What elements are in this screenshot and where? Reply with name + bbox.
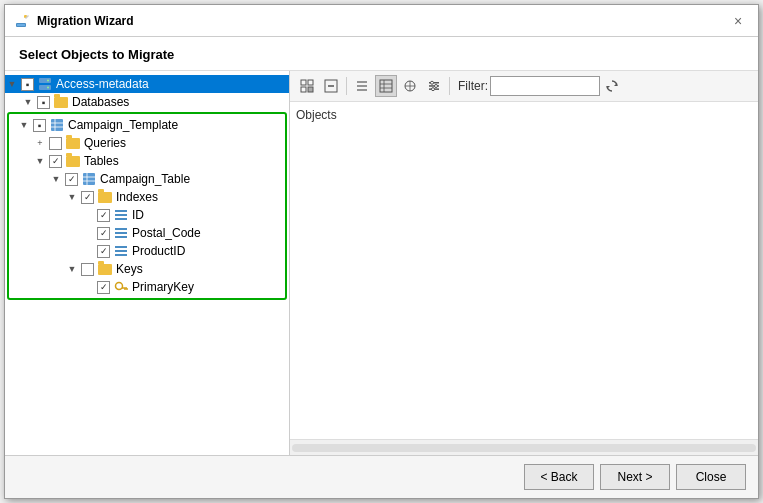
svg-rect-22 [115, 246, 127, 248]
svg-rect-3 [17, 24, 25, 26]
tree-label-id: ID [132, 208, 144, 222]
table-icon [81, 171, 97, 187]
expand-icon[interactable]: ▼ [65, 190, 79, 204]
title-bar-left: Migration Wizard [15, 13, 134, 29]
tree-label-productid: ProductID [132, 244, 185, 258]
checkbox-indexes[interactable] [81, 191, 94, 204]
list-item: ▷ [9, 206, 285, 224]
svg-rect-38 [380, 80, 392, 92]
filter-input[interactable] [490, 76, 600, 96]
svg-rect-24 [115, 254, 127, 256]
svg-rect-30 [308, 80, 313, 85]
checkbox-productid[interactable] [97, 245, 110, 258]
dialog-title: Migration Wizard [37, 14, 134, 28]
list-item: ▷ [9, 224, 285, 242]
tree-row-indexes[interactable]: ▼ Indexes [9, 188, 285, 206]
expand-icon[interactable]: ▼ [49, 172, 63, 186]
column-icon [113, 225, 129, 241]
checkbox-postal-code[interactable] [97, 227, 110, 240]
expand-icon[interactable]: ▼ [33, 154, 47, 168]
right-content: Objects [290, 102, 758, 439]
tree-row-campaign-table[interactable]: ▼ [9, 170, 285, 188]
button-bar: < Back Next > Close [5, 455, 758, 498]
next-button[interactable]: Next > [600, 464, 670, 490]
list-item: ▼ Databases [5, 93, 289, 300]
list-item: ▼ Tables [9, 152, 285, 296]
tree-label-postal-code: Postal_Code [132, 226, 201, 240]
expand-icon[interactable]: + [33, 136, 47, 150]
svg-point-49 [435, 85, 438, 88]
checkbox-campaign-table[interactable] [65, 173, 78, 186]
tree-row-productid[interactable]: ▷ [9, 242, 285, 260]
tree-row-postal-code[interactable]: ▷ [9, 224, 285, 242]
right-toolbar: Filter: [290, 71, 758, 102]
toolbar-separator-2 [449, 77, 450, 95]
folder-icon [65, 153, 81, 169]
schema-view-button[interactable] [399, 75, 421, 97]
tree-label-primarykey: PrimaryKey [132, 280, 194, 294]
list-item: ▼ Indexes [9, 188, 285, 260]
tree-label-tables: Tables [84, 154, 119, 168]
svg-rect-4 [39, 78, 51, 83]
options-button[interactable] [423, 75, 445, 97]
scrollbar-track[interactable] [292, 444, 756, 452]
expand-icon[interactable]: ▼ [65, 262, 79, 276]
svg-rect-23 [115, 250, 127, 252]
folder-icon [97, 261, 113, 277]
collapse-all-button[interactable] [320, 75, 342, 97]
tree-row-keys[interactable]: ▼ Keys [9, 260, 285, 278]
svg-point-25 [116, 283, 123, 290]
tree-row-campaign-template[interactable]: ▼ [9, 116, 285, 134]
page-title: Select Objects to Migrate [19, 47, 744, 62]
expand-all-button[interactable] [296, 75, 318, 97]
tree-row-tables[interactable]: ▼ Tables [9, 152, 285, 170]
checkbox-campaign-template[interactable] [33, 119, 46, 132]
tree-row-id[interactable]: ▷ [9, 206, 285, 224]
svg-point-50 [432, 88, 435, 91]
folder-icon [53, 94, 69, 110]
expand-icon[interactable]: ▼ [17, 118, 31, 132]
svg-rect-19 [115, 228, 127, 230]
close-icon[interactable]: × [728, 11, 748, 31]
list-item: ▷ [9, 278, 285, 296]
list-view-button[interactable] [351, 75, 373, 97]
detail-view-button[interactable] [375, 75, 397, 97]
tree-row-queries[interactable]: + Queries [9, 134, 285, 152]
tree-row-access-metadata[interactable]: ▼ Access-metadata [5, 75, 289, 93]
tree-label-access-metadata: Access-metadata [56, 77, 149, 91]
object-tree: ▼ Access-metadata [5, 75, 289, 300]
svg-rect-29 [301, 80, 306, 85]
highlight-box: ▼ [7, 112, 287, 300]
migration-wizard-dialog: Migration Wizard × Select Objects to Mig… [4, 4, 759, 499]
expand-icon[interactable]: ▼ [5, 77, 19, 91]
refresh-button[interactable] [602, 76, 622, 96]
list-item: + Queries [9, 134, 285, 152]
svg-rect-18 [115, 218, 127, 220]
checkbox-primarykey[interactable] [97, 281, 110, 294]
server-icon [37, 76, 53, 92]
column-icon [113, 243, 129, 259]
list-item: ▼ Keys [9, 260, 285, 296]
close-button[interactable]: Close [676, 464, 746, 490]
checkbox-id[interactable] [97, 209, 110, 222]
key-icon [113, 279, 129, 295]
folder-icon [97, 189, 113, 205]
checkbox-tables[interactable] [49, 155, 62, 168]
tree-row-primarykey[interactable]: ▷ [9, 278, 285, 296]
list-item: ▼ Access-metadata [5, 75, 289, 300]
checkbox-queries[interactable] [49, 137, 62, 150]
back-button[interactable]: < Back [524, 464, 594, 490]
horizontal-scrollbar[interactable] [290, 439, 758, 455]
svg-rect-20 [115, 232, 127, 234]
expand-icon[interactable]: ▼ [21, 95, 35, 109]
title-bar: Migration Wizard × [5, 5, 758, 37]
right-panel: Filter: Objects [290, 71, 758, 455]
svg-point-7 [47, 87, 49, 89]
column-icon [113, 207, 129, 223]
list-item: ▼ [9, 170, 285, 296]
svg-rect-32 [308, 87, 313, 92]
tree-row-databases[interactable]: ▼ Databases [5, 93, 289, 111]
checkbox-keys[interactable] [81, 263, 94, 276]
checkbox-access-metadata[interactable] [21, 78, 34, 91]
checkbox-databases[interactable] [37, 96, 50, 109]
